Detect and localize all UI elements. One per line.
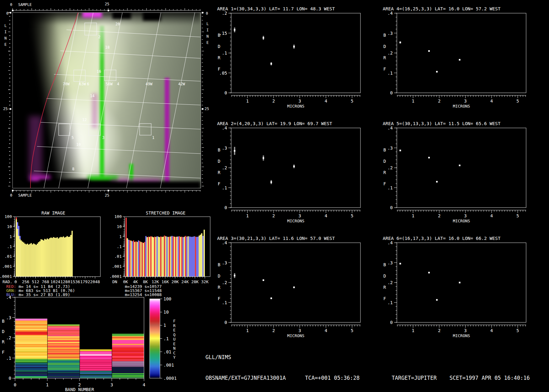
svg-text:49W: 49W bbox=[146, 82, 152, 86]
svg-text:256: 256 bbox=[22, 279, 29, 284]
svg-text:.1: .1 bbox=[222, 50, 227, 56]
scatter-plot-area1: AREA 1=(30,34,3,3) LAT= 11.7 LON= 48.3 W… bbox=[195, 3, 371, 111]
band-bdrf-histogram: 0.1.2.3.4BDRF01234BAND NUMBER100101.1.01… bbox=[0, 294, 195, 392]
svg-text:18: 18 bbox=[105, 45, 109, 50]
svg-text:8: 8 bbox=[72, 167, 74, 171]
svg-text:8K: 8K bbox=[143, 279, 148, 284]
svg-text:RAD.: RAD. bbox=[3, 279, 12, 284]
svg-text:R: R bbox=[383, 285, 386, 290]
svg-text:5: 5 bbox=[72, 135, 74, 140]
svg-text:12K: 12K bbox=[152, 279, 159, 284]
svg-text:20K: 20K bbox=[171, 279, 179, 284]
svg-text:28K: 28K bbox=[191, 279, 199, 284]
stretched-image-histogram: STRETCHED IMAGE100101.1.01.001.00010K4K8… bbox=[110, 209, 218, 300]
scatter-svg-area6: AREA 6=(16,17,3,3) LAT= 16.0 LON= 66.2 W… bbox=[361, 232, 536, 341]
svg-text:1: 1 bbox=[119, 234, 122, 239]
svg-text:1536: 1536 bbox=[70, 279, 80, 284]
svg-text:R: R bbox=[173, 323, 176, 328]
svg-text:.3: .3 bbox=[222, 146, 227, 151]
svg-text:MICRONS: MICRONS bbox=[453, 219, 470, 223]
svg-text:R: R bbox=[218, 170, 221, 175]
svg-text:1: 1 bbox=[152, 135, 154, 140]
svg-text:0: 0 bbox=[9, 376, 11, 381]
svg-text:AREA 2=(4,20,3,3) LAT= 19.9 L: AREA 2=(4,20,3,3) LAT= 19.9 LON= 69.7 WE… bbox=[217, 121, 332, 126]
svg-text:Q: Q bbox=[173, 332, 176, 337]
svg-text:R: R bbox=[218, 55, 221, 60]
stretched_image_histogram-svg: STRETCHED IMAGE100101.1.01.001.00010K4K8… bbox=[110, 209, 218, 300]
svg-text:R: R bbox=[383, 55, 386, 60]
svg-text:1024: 1024 bbox=[51, 279, 60, 284]
scatter-plot-area4: AREA 4=(16,25,3,3) LAT= 16.0 LON= 57.2 W… bbox=[361, 3, 536, 111]
svg-text:1: 1 bbox=[246, 213, 248, 218]
svg-text:3: 3 bbox=[464, 328, 466, 333]
svg-text:4: 4 bbox=[490, 98, 493, 103]
svg-text:2: 2 bbox=[98, 35, 100, 39]
svg-text:.4: .4 bbox=[222, 240, 227, 245]
svg-text:2: 2 bbox=[272, 213, 275, 218]
scatter-svg-area4: AREA 4=(16,25,3,3) LAT= 16.0 LON= 57.2 W… bbox=[361, 3, 536, 111]
svg-text:.3: .3 bbox=[387, 260, 393, 265]
svg-text:.2: .2 bbox=[387, 280, 393, 285]
svg-text:.4: .4 bbox=[387, 125, 393, 130]
svg-text:B: B bbox=[383, 262, 386, 267]
svg-text:42W: 42W bbox=[178, 82, 185, 86]
raw-image-histogram: RAW IMAGE100101.1.01.001.000102565127681… bbox=[0, 209, 108, 300]
svg-text:D: D bbox=[2, 329, 4, 334]
svg-text:16: 16 bbox=[97, 69, 101, 74]
svg-text:2: 2 bbox=[272, 98, 275, 103]
svg-text:5: 5 bbox=[351, 328, 353, 333]
svg-text:.1: .1 bbox=[387, 185, 393, 190]
svg-text:5: 5 bbox=[516, 213, 519, 218]
svg-text:5: 5 bbox=[351, 98, 353, 103]
svg-text:56W: 56W bbox=[106, 82, 113, 86]
svg-text:B: B bbox=[218, 147, 220, 152]
svg-text:.01: .01 bbox=[5, 254, 12, 259]
svg-text:2: 2 bbox=[438, 98, 440, 103]
svg-text:.001: .001 bbox=[2, 264, 12, 269]
svg-text:4K: 4K bbox=[133, 279, 138, 284]
svg-text:F: F bbox=[383, 181, 386, 186]
svg-text:B: B bbox=[2, 319, 4, 324]
svg-text:1792: 1792 bbox=[80, 279, 90, 284]
svg-text:10: 10 bbox=[7, 224, 12, 229]
scatter-plot-area2: AREA 2=(4,20,3,3) LAT= 19.9 LON= 69.7 WE… bbox=[195, 118, 371, 226]
svg-text:1: 1 bbox=[246, 98, 248, 103]
svg-text:BAND NUMBER: BAND NUMBER bbox=[65, 387, 94, 392]
svg-text:STRETCHED IMAGE: STRETCHED IMAGE bbox=[146, 210, 185, 215]
svg-text:F: F bbox=[383, 296, 386, 301]
svg-text:0: 0 bbox=[225, 90, 227, 95]
svg-text:6: 6 bbox=[87, 82, 89, 86]
svg-text:5: 5 bbox=[516, 98, 519, 103]
svg-text:.3: .3 bbox=[6, 315, 11, 320]
svg-text:.3: .3 bbox=[222, 260, 227, 265]
svg-text:AREA 4=(16,25,3,3) LAT= 16.0: AREA 4=(16,25,3,3) LAT= 16.0 LON= 57.2 W… bbox=[383, 6, 501, 11]
svg-text:0: 0 bbox=[390, 205, 393, 210]
svg-text:1: 1 bbox=[163, 323, 166, 328]
svg-text:F: F bbox=[383, 66, 386, 72]
svg-text:5: 5 bbox=[351, 213, 353, 218]
svg-text:.01: .01 bbox=[115, 254, 122, 259]
svg-text:F: F bbox=[218, 296, 220, 301]
svg-text:.001: .001 bbox=[163, 363, 174, 368]
svg-text:70W: 70W bbox=[63, 82, 70, 86]
observation-metadata: GLL/NIMS OBSNAME/EXT=G7JNFEA13001A TCA=+… bbox=[205, 340, 530, 392]
svg-text:F: F bbox=[173, 319, 176, 323]
svg-text:DN: DN bbox=[112, 279, 117, 284]
svg-text:D: D bbox=[383, 44, 386, 49]
svg-text:B: B bbox=[218, 33, 220, 38]
svg-text:.1: .1 bbox=[222, 185, 227, 190]
svg-text:R: R bbox=[2, 339, 5, 344]
svg-text:4: 4 bbox=[490, 213, 493, 218]
svg-text:B: B bbox=[218, 262, 220, 267]
svg-text:63W: 63W bbox=[79, 82, 86, 86]
svg-text:0: 0 bbox=[14, 382, 16, 387]
svg-text:10: 10 bbox=[76, 142, 81, 147]
svg-text:B: B bbox=[383, 147, 386, 152]
svg-text:N: N bbox=[173, 346, 176, 351]
svg-text:E: E bbox=[173, 342, 176, 346]
svg-text:16K: 16K bbox=[162, 279, 169, 284]
svg-text:.2: .2 bbox=[387, 165, 393, 170]
meta-line-instrument: GLL/NIMS bbox=[205, 354, 530, 361]
svg-text:.2: .2 bbox=[6, 335, 11, 340]
svg-text:.1: .1 bbox=[117, 244, 122, 249]
